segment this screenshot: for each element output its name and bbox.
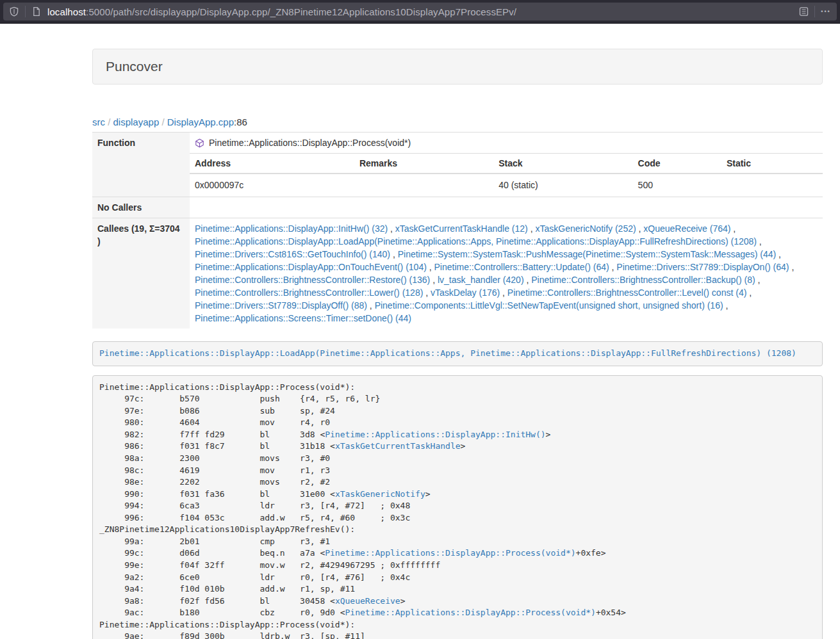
- column-header: Static: [721, 154, 823, 174]
- callee-separator: ,: [430, 275, 438, 285]
- symbol-table: Function Pinetime::Applications::Display…: [92, 132, 823, 328]
- app-title-panel: Puncover: [92, 49, 823, 85]
- callee-link[interactable]: Pinetime::Applications::DisplayApp::OnTo…: [195, 262, 427, 272]
- breadcrumb-line-number: :86: [234, 117, 247, 127]
- callee-separator: ,: [723, 300, 729, 311]
- function-name: Pinetime::Applications::DisplayApp::Proc…: [209, 136, 411, 149]
- function-table-body: 0x0000097c40 (static)500: [190, 174, 823, 197]
- callers-row: No Callers: [92, 197, 823, 218]
- function-row: Function Pinetime::Applications::Display…: [92, 133, 823, 197]
- callee-link[interactable]: xTaskGenericNotify (252): [535, 223, 636, 234]
- table-cell: [354, 174, 493, 197]
- callee-separator: ,: [524, 275, 532, 285]
- callee-separator: ,: [776, 249, 781, 259]
- column-header: Stack: [493, 154, 632, 174]
- app-title: Puncover: [106, 59, 163, 74]
- asm-symbol-link[interactable]: xQueueReceive: [335, 596, 400, 606]
- callees-row: Callees (19, Σ=3704 ) Pinetime::Applicat…: [92, 218, 823, 329]
- breadcrumb-link[interactable]: displayapp: [113, 117, 160, 127]
- callee-separator: ,: [423, 287, 431, 298]
- breadcrumb-separator: /: [105, 117, 113, 127]
- reader-mode-icon[interactable]: [796, 4, 811, 19]
- callee-link[interactable]: Pinetime::Components::LittleVgl::SetNewT…: [375, 300, 723, 311]
- callee-link[interactable]: Pinetime::Drivers::Cst816S::GetTouchInfo…: [195, 249, 390, 259]
- column-header: Code: [633, 154, 721, 174]
- callees-list: Pinetime::Applications::DisplayApp::Init…: [190, 218, 823, 328]
- callee-separator: ,: [755, 275, 761, 285]
- table-cell: 40 (static): [493, 174, 632, 197]
- url-host: localhost: [47, 6, 86, 17]
- callee-separator: ,: [609, 262, 617, 272]
- callee-separator: ,: [500, 287, 507, 298]
- url-bar[interactable]: localhost:5000/path/src/displayapp/Displ…: [3, 3, 837, 20]
- callee-separator: ,: [427, 262, 434, 272]
- callee-separator: ,: [746, 287, 752, 298]
- callee-separator: ,: [636, 223, 644, 234]
- callee-separator: ,: [730, 223, 736, 234]
- divider: [25, 6, 26, 17]
- assembly-code: Pinetime::Applications::DisplayApp::Proc…: [92, 375, 823, 639]
- column-header: Remarks: [354, 154, 493, 174]
- breadcrumb-link[interactable]: src: [92, 117, 105, 127]
- content-container: Puncover src / displayapp / DisplayApp.c…: [92, 49, 823, 639]
- browser-toolbar: localhost:5000/path/src/displayapp/Displ…: [0, 0, 840, 24]
- callees-cell: Pinetime::Applications::DisplayApp::Init…: [190, 218, 823, 329]
- table-row: 0x0000097c40 (static)500: [190, 174, 823, 197]
- asm-symbol-link[interactable]: Pinetime::Applications::DisplayApp::Proc…: [325, 548, 575, 558]
- table-cell: [721, 174, 823, 197]
- asm-symbol-link[interactable]: xTaskGetCurrentTaskHandle: [335, 441, 461, 451]
- asm-symbol-link[interactable]: Pinetime::Applications::DisplayApp::Init…: [325, 430, 545, 439]
- snippet-link[interactable]: Pinetime::Applications::DisplayApp::Load…: [99, 348, 796, 358]
- function-cell: Pinetime::Applications::DisplayApp::Proc…: [190, 133, 823, 197]
- page: Puncover src / displayapp / DisplayApp.c…: [0, 24, 840, 639]
- callee-separator: ,: [789, 262, 795, 272]
- function-detail-table: AddressRemarksStackCodeStatic 0x0000097c…: [190, 153, 823, 197]
- overflow-menu-icon[interactable]: •••: [819, 4, 833, 19]
- callee-link[interactable]: Pinetime::Controllers::BrightnessControl…: [195, 275, 430, 285]
- callee-link[interactable]: Pinetime::Controllers::BrightnessControl…: [507, 287, 746, 298]
- callee-link[interactable]: xTaskGetCurrentTaskHandle (12): [395, 223, 528, 234]
- callee-link[interactable]: Pinetime::System::SystemTask::PushMessag…: [398, 249, 777, 259]
- shield-icon[interactable]: [7, 4, 21, 19]
- callee-link[interactable]: xQueueReceive (764): [643, 223, 730, 234]
- callee-link[interactable]: Pinetime::Controllers::BrightnessControl…: [531, 275, 755, 285]
- breadcrumb-separator: /: [159, 117, 167, 127]
- callee-separator: ,: [528, 223, 536, 234]
- page-icon: [29, 4, 44, 19]
- breadcrumb: src / displayapp / DisplayApp.cpp:86: [92, 116, 823, 129]
- function-row-label: Function: [92, 133, 190, 197]
- callee-link[interactable]: vTaskDelay (176): [431, 287, 500, 298]
- callee-separator: ,: [388, 223, 395, 234]
- callee-link[interactable]: lv_task_handler (420): [438, 275, 524, 285]
- callee-link[interactable]: Pinetime::Drivers::St7789::DisplayOff() …: [195, 300, 367, 311]
- callee-link[interactable]: Pinetime::Applications::DisplayApp::Load…: [195, 236, 757, 247]
- package-icon: [195, 138, 204, 148]
- callee-link[interactable]: Pinetime::Applications::DisplayApp::Init…: [195, 223, 388, 234]
- callee-separator: ,: [390, 249, 398, 259]
- function-table-header-row: AddressRemarksStackCodeStatic: [190, 154, 823, 174]
- column-header: Address: [190, 154, 354, 174]
- no-callers-label: No Callers: [92, 197, 190, 218]
- callee-link[interactable]: Pinetime::Controllers::BrightnessControl…: [195, 287, 423, 298]
- snippet-box: Pinetime::Applications::DisplayApp::Load…: [92, 341, 823, 366]
- asm-symbol-link[interactable]: xTaskGenericNotify: [335, 489, 425, 499]
- breadcrumb-link[interactable]: DisplayApp.cpp: [167, 117, 234, 127]
- table-cell: 500: [633, 174, 721, 197]
- url-path: :5000/path/src/displayapp/DisplayApp.cpp…: [86, 6, 516, 17]
- callee-link[interactable]: Pinetime::Applications::Screens::Timer::…: [195, 313, 411, 323]
- url-text[interactable]: localhost:5000/path/src/displayapp/Displ…: [47, 6, 796, 17]
- callees-label: Callees (19, Σ=3704 ): [92, 218, 190, 329]
- asm-symbol-link[interactable]: Pinetime::Applications::DisplayApp::Proc…: [345, 608, 596, 617]
- callee-link[interactable]: Pinetime::Controllers::Battery::Update()…: [434, 262, 609, 272]
- callers-cell: [190, 197, 823, 218]
- callee-link[interactable]: Pinetime::Drivers::St7789::DisplayOn() (…: [616, 262, 789, 272]
- function-symbol-line: Pinetime::Applications::DisplayApp::Proc…: [190, 133, 823, 153]
- callee-separator: ,: [757, 236, 762, 247]
- table-cell: 0x0000097c: [190, 174, 354, 197]
- divider: [814, 6, 815, 17]
- callee-separator: ,: [367, 300, 375, 311]
